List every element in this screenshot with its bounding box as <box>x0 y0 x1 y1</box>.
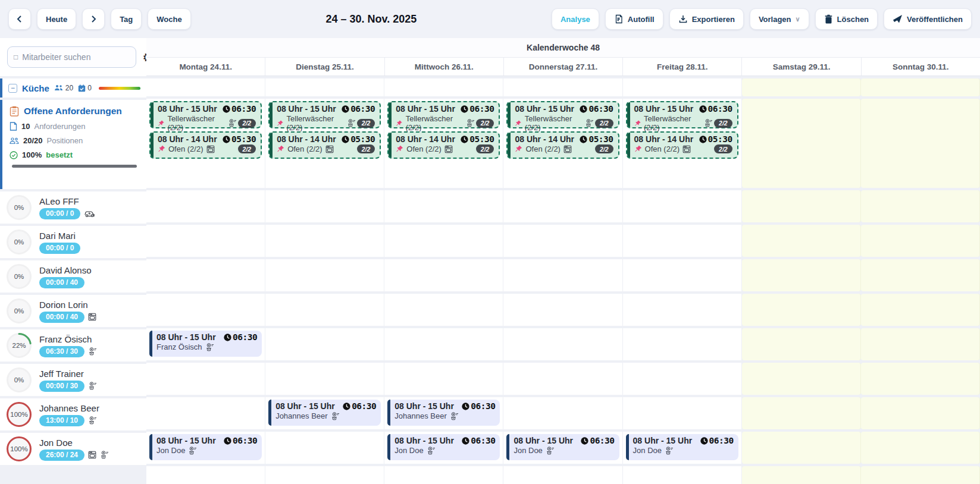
prev-week-button[interactable] <box>8 8 31 30</box>
calendar-cell[interactable] <box>146 225 265 257</box>
calendar-cell[interactable] <box>742 78 861 96</box>
calendar-cell[interactable] <box>861 432 980 464</box>
calendar-cell[interactable]: 08 Uhr - 15 Uhr06:30Jon Doe <box>384 432 503 464</box>
calendar-cell[interactable] <box>503 466 622 484</box>
calendar-cell[interactable] <box>623 466 742 484</box>
requirement-card[interactable]: 08 Uhr - 15 Uhr06:30Tellerwäscher (2/2)2… <box>626 101 738 128</box>
calendar-cell[interactable] <box>861 190 980 222</box>
search-input[interactable] <box>22 52 130 62</box>
calendar-cell[interactable] <box>623 294 742 326</box>
calendar-cell[interactable] <box>861 259 980 291</box>
export-button[interactable]: Exportieren <box>669 8 744 30</box>
today-button[interactable]: Heute <box>37 8 76 30</box>
calendar-cell[interactable] <box>861 363 980 395</box>
calendar-cell[interactable] <box>861 225 980 257</box>
calendar-cell[interactable] <box>861 397 980 429</box>
requirement-card[interactable]: 08 Uhr - 15 Uhr06:30Tellerwäscher (2/2)2… <box>268 101 381 128</box>
shift-card[interactable]: 08 Uhr - 15 Uhr06:30Jon Doe <box>626 434 738 460</box>
calendar-cell[interactable] <box>503 328 622 360</box>
open-requirements-panel[interactable]: Offene Anforderungen 10 Anforderungen 20… <box>0 100 146 189</box>
day-header-3[interactable]: Donnerstag 27.11. <box>504 58 623 76</box>
calendar-cell[interactable] <box>742 432 861 464</box>
calendar-cell[interactable] <box>623 190 742 222</box>
calendar-cell[interactable] <box>623 78 742 96</box>
calendar-cell[interactable] <box>861 78 980 96</box>
calendar-cell[interactable] <box>384 78 503 96</box>
calendar-cell[interactable] <box>265 190 384 222</box>
next-week-button[interactable] <box>82 8 105 30</box>
requirement-card[interactable]: 08 Uhr - 14 Uhr05:30Ofen (2/2)2/2 <box>268 131 381 159</box>
day-header-2[interactable]: Mittwoch 26.11. <box>385 58 504 76</box>
analyse-button[interactable]: Analyse <box>552 8 599 30</box>
requirement-card[interactable]: 08 Uhr - 14 Uhr05:30Ofen (2/2)2/2 <box>506 131 619 159</box>
shift-card[interactable]: 08 Uhr - 15 Uhr06:30Jon Doe <box>387 434 500 460</box>
calendar-cell[interactable] <box>384 466 503 484</box>
day-header-0[interactable]: Montag 24.11. <box>146 58 265 76</box>
calendar-cell[interactable] <box>384 225 503 257</box>
calendar-cell[interactable]: 08 Uhr - 15 Uhr06:30Johannes Beer <box>384 397 503 429</box>
employee-row[interactable]: 0%David Alonso00:00 / 40 <box>0 260 146 293</box>
calendar-cell[interactable] <box>146 294 265 326</box>
week-view-button[interactable]: Woche <box>148 8 190 30</box>
calendar-cell[interactable] <box>861 466 980 484</box>
collapse-icon[interactable]: − <box>8 84 17 93</box>
day-header-5[interactable]: Samstag 29.11. <box>742 58 861 76</box>
calendar-cell[interactable] <box>503 397 622 429</box>
calendar-cell[interactable] <box>861 328 980 360</box>
calendar-cell[interactable] <box>384 328 503 360</box>
requirement-card[interactable]: 08 Uhr - 14 Uhr05:30Ofen (2/2)2/2 <box>149 131 262 159</box>
calendar-cell[interactable] <box>265 78 384 96</box>
employee-row[interactable]: 0%Jeff Trainer00:00 / 30 <box>0 364 146 396</box>
calendar-cell[interactable] <box>146 397 265 429</box>
requirement-card[interactable]: 08 Uhr - 14 Uhr05:30Ofen (2/2)2/2 <box>626 131 738 159</box>
employee-row[interactable]: 0%Dari Mari00:00 / 0 <box>0 226 146 258</box>
calendar-cell[interactable] <box>265 363 384 395</box>
requirement-card[interactable]: 08 Uhr - 15 Uhr06:30Tellerwäscher (2/2)2… <box>506 101 619 128</box>
employee-search-field[interactable]: □ <box>7 46 136 68</box>
shift-card[interactable]: 08 Uhr - 15 Uhr06:30Franz Ösisch <box>149 331 262 357</box>
calendar-cell[interactable]: 08 Uhr - 15 Uhr06:30Franz Ösisch <box>146 328 265 360</box>
calendar-cell[interactable] <box>384 294 503 326</box>
shift-card[interactable]: 08 Uhr - 15 Uhr06:30Johannes Beer <box>387 400 500 426</box>
calendar-cell[interactable]: 08 Uhr - 15 Uhr06:30Jon Doe <box>623 432 742 464</box>
calendar-cell[interactable]: 08 Uhr - 15 Uhr06:30Jon Doe <box>503 432 622 464</box>
calendar-cell[interactable]: 08 Uhr - 15 Uhr06:30Tellerwäscher (2/2)2… <box>265 99 384 188</box>
calendar-cell[interactable] <box>861 99 980 188</box>
calendar-cell[interactable] <box>623 363 742 395</box>
calendar-cell[interactable] <box>265 432 384 464</box>
calendar-cell[interactable] <box>503 190 622 222</box>
calendar-cell[interactable]: 08 Uhr - 15 Uhr06:30Jon Doe <box>146 432 265 464</box>
day-header-4[interactable]: Freitag 28.11. <box>623 58 742 76</box>
calendar-cell[interactable]: 08 Uhr - 15 Uhr06:30Tellerwäscher (2/2)2… <box>384 99 503 188</box>
employee-row[interactable]: 100%Jon Doe26:00 / 24 <box>0 433 146 465</box>
calendar-cell[interactable] <box>146 259 265 291</box>
calendar-cell[interactable] <box>503 78 622 96</box>
sidebar-scrollbar[interactable] <box>12 165 137 168</box>
templates-dropdown[interactable]: Vorlagen ∨ <box>750 8 809 30</box>
calendar-cell[interactable] <box>146 190 265 222</box>
calendar-cell[interactable] <box>265 259 384 291</box>
calendar-cell[interactable] <box>265 328 384 360</box>
calendar-cell[interactable] <box>265 466 384 484</box>
calendar-cell[interactable] <box>623 328 742 360</box>
calendar-cell[interactable] <box>384 259 503 291</box>
calendar-cell[interactable] <box>742 397 861 429</box>
shift-card[interactable]: 08 Uhr - 15 Uhr06:30Johannes Beer <box>268 400 381 426</box>
calendar-cell[interactable] <box>146 466 265 484</box>
calendar-cell[interactable]: 08 Uhr - 15 Uhr06:30Tellerwäscher (2/2)2… <box>503 99 622 188</box>
employee-row[interactable]: 22%Franz Ösisch06:30 / 30 <box>0 329 146 362</box>
calendar-cell[interactable] <box>742 259 861 291</box>
calendar-cell[interactable] <box>265 294 384 326</box>
calendar-cell[interactable] <box>384 190 503 222</box>
calendar-cell[interactable]: 08 Uhr - 15 Uhr06:30Tellerwäscher (2/2)2… <box>623 99 742 188</box>
calendar-cell[interactable] <box>742 99 861 188</box>
day-header-6[interactable]: Sonntag 30.11. <box>862 58 980 76</box>
day-view-button[interactable]: Tag <box>111 8 142 30</box>
publish-button[interactable]: Veröffentlichen <box>884 8 972 30</box>
employee-row[interactable]: 100%Johannes Beer13:00 / 10 <box>0 398 146 430</box>
shift-card[interactable]: 08 Uhr - 15 Uhr06:30Jon Doe <box>506 434 619 460</box>
calendar-cell[interactable] <box>861 294 980 326</box>
calendar-cell[interactable] <box>623 397 742 429</box>
calendar-cell[interactable] <box>384 363 503 395</box>
calendar-cell[interactable] <box>503 259 622 291</box>
